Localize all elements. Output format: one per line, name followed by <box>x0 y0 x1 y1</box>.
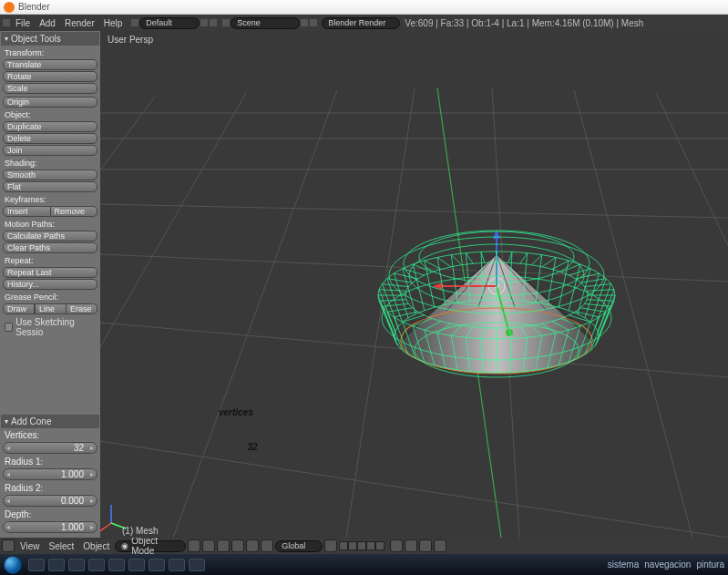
duplicate-button[interactable]: Duplicate <box>3 121 97 132</box>
taskbar-app-icon[interactable] <box>169 559 185 571</box>
join-button[interactable]: Join <box>3 145 97 156</box>
svg-line-46 <box>598 301 614 341</box>
manipulator-rotate-icon[interactable] <box>246 539 259 552</box>
layer-button[interactable] <box>366 541 375 550</box>
manipulator-toggle-icon[interactable] <box>217 539 230 552</box>
svg-line-123 <box>542 257 556 266</box>
taskbar-app-icon[interactable] <box>28 559 45 571</box>
vertices-field[interactable]: 32 <box>3 442 97 454</box>
object-menu[interactable]: Object <box>79 541 113 551</box>
taskbar-app-icon[interactable] <box>88 559 105 571</box>
clear-paths-button[interactable]: Clear Paths <box>3 242 97 253</box>
viewport-shading-icon[interactable] <box>188 539 200 552</box>
render-preview-icon[interactable] <box>419 539 432 552</box>
orientation-dropdown[interactable]: Global <box>275 540 323 552</box>
taskbar-app-icon[interactable] <box>189 559 205 571</box>
svg-line-124 <box>548 257 556 304</box>
scene-dropdown[interactable]: Scene <box>231 17 300 29</box>
layer-button[interactable] <box>357 541 366 550</box>
layer-button[interactable] <box>339 541 348 550</box>
svg-line-8 <box>100 93 246 538</box>
taskbar-app-icon[interactable] <box>128 559 145 571</box>
shading-group-label: Shading <box>3 157 97 169</box>
smooth-button[interactable]: Smooth <box>3 169 97 180</box>
radius2-field[interactable]: 0.000 <box>3 495 97 507</box>
gp-erase-button[interactable]: Erase <box>67 303 97 314</box>
history-button[interactable]: History... <box>3 279 97 290</box>
scene-icon[interactable] <box>222 19 230 26</box>
calculate-paths-button[interactable]: Calculate Paths <box>3 231 97 241</box>
svg-line-99 <box>394 273 417 279</box>
viewport-header: View Select Object ◉ Object Mode Global <box>0 538 728 554</box>
editor-type-3dview-icon[interactable] <box>2 539 15 552</box>
origin-button[interactable]: Origin <box>3 97 97 108</box>
translate-button[interactable]: Translate <box>3 59 97 70</box>
mode-dropdown[interactable]: ◉ Object Mode <box>115 540 186 552</box>
snap-type-icon[interactable] <box>405 539 417 552</box>
object-tools-header[interactable]: Object Tools <box>1 32 99 46</box>
flat-button[interactable]: Flat <box>3 181 97 192</box>
header-stats: Ve:609 | Fa:33 | Ob:1-4 | La:1 | Mem:4.1… <box>400 18 648 28</box>
3d-viewport[interactable]: User Persp <box>100 31 728 538</box>
layout-icon[interactable] <box>131 19 138 26</box>
svg-line-137 <box>587 290 614 292</box>
viewport-canvas <box>100 31 728 538</box>
depth-field[interactable]: 1.000 <box>3 521 97 533</box>
svg-line-108 <box>437 257 446 304</box>
vertices-label: Vertices <box>3 429 97 441</box>
insert-keyframe-button[interactable]: Insert <box>3 206 51 217</box>
add-cone-header[interactable]: Add Cone <box>1 415 99 428</box>
menu-render[interactable]: Render <box>60 18 99 28</box>
object-group-label: Object <box>3 108 97 120</box>
svg-line-10 <box>346 88 415 538</box>
editor-type-icon[interactable] <box>3 19 10 26</box>
pivot-icon[interactable] <box>202 539 215 552</box>
window-titlebar: Blender <box>0 0 728 15</box>
remove-keyframe-button[interactable]: Remove <box>51 206 98 217</box>
tray-label[interactable]: sistema <box>608 560 639 570</box>
rotate-button[interactable]: Rotate <box>3 71 97 82</box>
gp-draw-button[interactable]: Draw <box>3 303 35 314</box>
opengl-render-icon[interactable] <box>434 539 446 552</box>
layer-button[interactable] <box>348 541 357 550</box>
layers-grid-icon[interactable] <box>324 539 337 552</box>
scene-del-icon[interactable] <box>210 19 217 26</box>
svg-line-109 <box>451 255 461 265</box>
menu-add[interactable]: Add <box>35 18 60 28</box>
screen-layout-dropdown[interactable]: Default <box>139 17 200 29</box>
scene-x-icon[interactable] <box>310 19 317 26</box>
taskbar-app-icon[interactable] <box>68 559 85 571</box>
select-menu[interactable]: Select <box>46 541 78 551</box>
sketching-sessions-checkbox[interactable]: Use Sketching Sessio <box>3 315 97 339</box>
top-menu-bar: File Add Render Help Default Scene Blend… <box>0 15 728 31</box>
tray-label[interactable]: navegacion <box>644 560 691 570</box>
app-title: Blender <box>18 2 49 12</box>
radius1-field[interactable]: 1.000 <box>3 468 97 480</box>
grease-pencil-group-label: Grease Pencil <box>3 291 97 303</box>
manipulator-scale-icon[interactable] <box>261 539 273 552</box>
render-engine-dropdown[interactable]: Blender Render <box>322 17 400 29</box>
scene-add-icon[interactable] <box>200 19 208 26</box>
svg-line-107 <box>437 257 451 266</box>
svg-line-6 <box>100 441 728 538</box>
snap-icon[interactable] <box>390 539 403 552</box>
taskbar-app-icon[interactable] <box>108 559 125 571</box>
layer-button[interactable] <box>375 541 385 550</box>
gp-line-button[interactable]: Line <box>35 303 67 314</box>
view-menu[interactable]: View <box>16 541 44 551</box>
start-orb-icon[interactable] <box>4 556 22 574</box>
delete-button[interactable]: Delete <box>3 133 97 144</box>
svg-line-88 <box>382 306 397 345</box>
scene-plus-icon[interactable] <box>301 19 308 26</box>
taskbar-app-icon[interactable] <box>149 559 165 571</box>
menu-file[interactable]: File <box>11 18 35 28</box>
manipulator-translate-icon[interactable] <box>231 539 244 552</box>
repeat-last-button[interactable]: Repeat Last <box>3 267 97 278</box>
scale-button[interactable]: Scale <box>3 83 97 94</box>
tool-shelf: Object Tools Transform Translate Rotate … <box>0 31 100 538</box>
system-tray: sistema navegacion pintura <box>608 560 724 570</box>
tray-label[interactable]: pintura <box>696 560 724 570</box>
taskbar-app-icon[interactable] <box>48 559 65 571</box>
menu-help[interactable]: Help <box>99 18 128 28</box>
svg-line-3 <box>100 204 728 218</box>
